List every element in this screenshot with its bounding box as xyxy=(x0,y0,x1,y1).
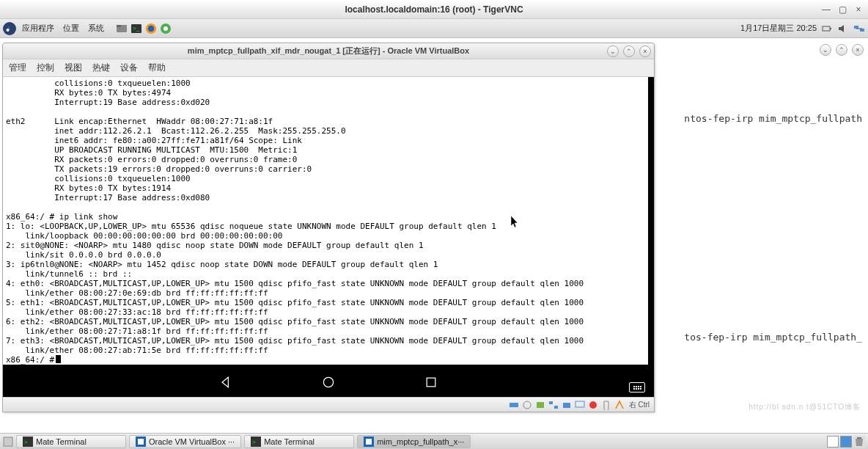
svg-point-23 xyxy=(589,401,597,409)
outer-title-bar: localhost.localdomain:16 (root) - TigerV… xyxy=(0,0,868,19)
virtualbox-window: mim_mptcp_fullpath_xif_mdr_nougat_1 [正在运… xyxy=(2,43,655,412)
status-net-icon[interactable] xyxy=(548,400,559,410)
menu-control[interactable]: 控制 xyxy=(37,62,54,74)
svg-rect-32 xyxy=(366,439,372,445)
svg-text:>: > xyxy=(252,439,256,445)
task-label: Oracle VM VirtualBox ··· xyxy=(149,437,235,446)
svg-rect-11 xyxy=(854,26,858,29)
trash-icon[interactable] xyxy=(853,436,865,448)
terminal-scrollbar[interactable] xyxy=(648,77,654,365)
vbox-maximize-btn[interactable]: ⌃ xyxy=(623,45,635,57)
desktop-area: ntos-fep-irp mim_mptcp_fullpath tos-fep-… xyxy=(0,38,868,433)
svg-rect-9 xyxy=(823,26,830,31)
vbox-status-bar: 右 Ctrl xyxy=(3,397,654,412)
status-shared-icon[interactable] xyxy=(562,400,572,410)
workspace-2[interactable] xyxy=(840,436,852,448)
browser-icon[interactable] xyxy=(160,23,172,34)
panel-clock[interactable]: 1月17日星期三 20:25 xyxy=(740,23,817,34)
svg-point-6 xyxy=(148,26,154,32)
fedora-logo-icon[interactable] xyxy=(3,22,16,35)
svg-text:>_: >_ xyxy=(133,25,140,32)
status-hdd-icon[interactable] xyxy=(509,400,519,410)
recents-icon[interactable] xyxy=(424,375,438,390)
svg-rect-18 xyxy=(537,402,544,408)
vbox-close-btn[interactable]: × xyxy=(639,45,651,57)
top-panel: 应用程序 位置 系统 >_ 1月17日星期三 20:25 xyxy=(0,19,868,38)
maximize-button[interactable]: ▢ xyxy=(837,4,847,15)
svg-rect-20 xyxy=(554,406,558,409)
task-item-1[interactable]: Oracle VM VirtualBox ··· xyxy=(129,435,241,448)
outer-window-buttons: — ▢ × xyxy=(821,4,864,15)
svg-point-8 xyxy=(163,26,168,31)
terminal-icon[interactable]: >_ xyxy=(130,23,142,34)
svg-rect-21 xyxy=(563,403,570,408)
outer-maximize-btn[interactable]: ⌃ xyxy=(836,44,847,56)
status-optical-icon[interactable] xyxy=(522,400,532,410)
svg-point-17 xyxy=(523,401,531,409)
back-icon[interactable] xyxy=(218,375,233,390)
task-item-3[interactable]: mim_mptcp_fullpath_x··· xyxy=(357,435,471,448)
workspace-1[interactable] xyxy=(827,436,839,448)
task-item-0[interactable]: > Mate Terminal xyxy=(16,435,126,448)
network-icon[interactable] xyxy=(853,23,865,34)
hostkey-label: 右 Ctrl xyxy=(629,400,650,410)
vbox-menu-bar: 管理 控制 视图 热键 设备 帮助 xyxy=(3,59,654,77)
vbox-app-icon xyxy=(364,437,374,447)
bottom-taskbar: > Mate Terminal Oracle VM VirtualBox ···… xyxy=(0,433,868,449)
status-usb-icon[interactable] xyxy=(535,400,545,410)
battery-icon[interactable] xyxy=(821,23,833,34)
menu-devices[interactable]: 设备 xyxy=(120,62,138,74)
svg-rect-12 xyxy=(860,29,864,32)
status-mouse-icon[interactable] xyxy=(601,400,611,410)
vbox-title-bar[interactable]: mim_mptcp_fullpath_xif_mdr_nougat_1 [正在运… xyxy=(3,43,654,59)
file-manager-icon[interactable] xyxy=(116,23,128,34)
outer-minimize-btn[interactable]: ⌄ xyxy=(820,44,831,56)
task-label: Mate Terminal xyxy=(264,437,315,446)
svg-rect-16 xyxy=(510,403,518,407)
show-desktop-icon[interactable] xyxy=(3,437,13,447)
outer-window-title: localhost.localdomain:16 (root) - TigerV… xyxy=(345,4,523,15)
svg-rect-33 xyxy=(857,437,861,439)
terminal-output: collisions:0 txqueuelen:1000 RX bytes:0 … xyxy=(6,79,651,365)
android-nav-bar xyxy=(3,365,654,397)
terminal-cursor xyxy=(56,355,61,363)
background-window-text: ntos-fep-irp mim_mptcp_fullpath tos-fep-… xyxy=(655,38,868,420)
svg-point-14 xyxy=(323,377,333,387)
svg-rect-24 xyxy=(4,437,12,446)
menu-view[interactable]: 视图 xyxy=(65,62,82,74)
panel-applications[interactable]: 应用程序 xyxy=(19,23,57,34)
vbox-minimize-btn[interactable]: ⌄ xyxy=(607,45,619,57)
task-label: mim_mptcp_fullpath_x··· xyxy=(377,437,464,446)
vbox-app-icon xyxy=(136,437,146,447)
menu-manage[interactable]: 管理 xyxy=(9,62,26,74)
task-label: Mate Terminal xyxy=(36,437,87,446)
status-display-icon[interactable] xyxy=(575,400,585,410)
svg-rect-2 xyxy=(117,25,121,27)
svg-rect-19 xyxy=(549,401,553,404)
panel-system[interactable]: 系统 xyxy=(85,23,107,34)
svg-text:>: > xyxy=(24,439,28,445)
volume-icon[interactable] xyxy=(837,23,849,34)
home-icon[interactable] xyxy=(321,375,336,390)
menu-hotkey[interactable]: 热键 xyxy=(92,62,110,74)
minimize-button[interactable]: — xyxy=(821,4,831,15)
terminal-app-icon: > xyxy=(23,437,33,447)
status-keybd-icon[interactable] xyxy=(614,400,625,410)
vm-terminal[interactable]: collisions:0 txqueuelen:1000 RX bytes:0 … xyxy=(3,77,654,365)
svg-rect-15 xyxy=(427,378,435,387)
keyboard-indicator-icon[interactable] xyxy=(629,382,645,393)
svg-rect-10 xyxy=(830,28,831,29)
task-item-2[interactable]: > Mate Terminal xyxy=(244,435,354,448)
outer-close-btn[interactable]: × xyxy=(852,44,864,56)
vbox-title-text: mim_mptcp_fullpath_xif_mdr_nougat_1 [正在运… xyxy=(188,45,469,56)
terminal-app-icon: > xyxy=(251,437,261,447)
svg-rect-28 xyxy=(138,439,144,445)
outer-round-buttons: ⌄ ⌃ × xyxy=(820,44,864,56)
firefox-icon[interactable] xyxy=(145,23,157,34)
svg-rect-22 xyxy=(575,401,584,407)
menu-help[interactable]: 帮助 xyxy=(148,62,166,74)
status-rec-icon[interactable] xyxy=(588,400,598,410)
close-button[interactable]: × xyxy=(853,4,864,15)
panel-places[interactable]: 位置 xyxy=(60,23,82,34)
